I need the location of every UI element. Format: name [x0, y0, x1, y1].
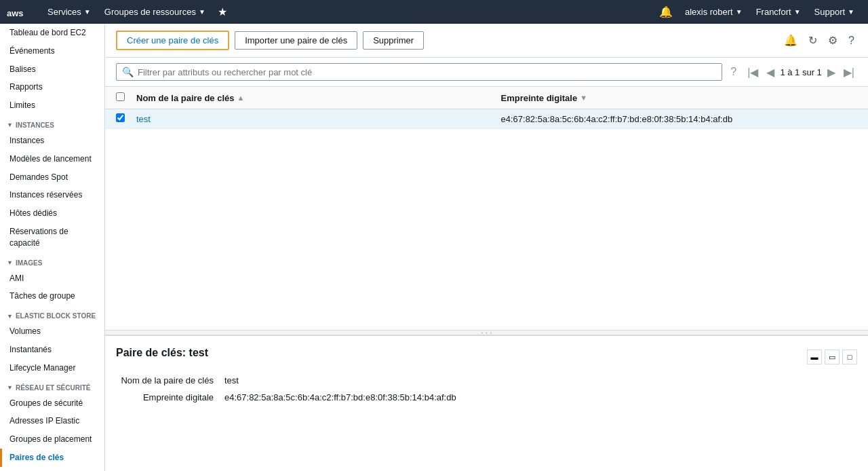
section-instances: ▼ INSTANCES — [0, 115, 104, 132]
sort-name-icon[interactable]: ▲ — [237, 94, 245, 102]
detail-icon-large[interactable]: □ — [842, 350, 857, 364]
row-name[interactable]: test — [136, 114, 493, 124]
last-page-button[interactable]: ▶| — [841, 64, 857, 80]
pagination-text: 1 à 1 sur 1 — [780, 67, 821, 77]
sidebar-item-instances-reservees[interactable]: Instances réservées — [0, 186, 104, 204]
next-page-button[interactable]: ▶ — [825, 64, 838, 80]
bell-icon[interactable]: 🔔 — [781, 33, 800, 48]
detail-icon-medium[interactable]: ▭ — [825, 350, 840, 364]
section-ebs: ▼ ELASTIC BLOCK STORE — [0, 305, 104, 322]
detail-value-name: test — [224, 375, 239, 385]
sidebar-item-reservations[interactable]: Réservations de capacité — [0, 223, 104, 252]
sidebar-item-tableau-de-bord[interactable]: Tableau de bord EC2 — [0, 24, 104, 42]
row-checkbox — [116, 113, 128, 124]
search-input-wrap: 🔍 — [116, 63, 722, 81]
section-reseau: ▼ RÉSEAU ET SÉCURITÉ — [0, 377, 104, 394]
detail-panel: Paire de clés: test ▬ ▭ □ Nom de la pair… — [105, 335, 868, 471]
detail-label-fingerprint: Empreinte digitale — [116, 392, 224, 402]
user-label: alexis robert — [685, 7, 733, 17]
content-area: 🔍 ? |◀ ◀ 1 à 1 sur 1 ▶ ▶| — [105, 58, 868, 471]
sidebar-item-rapports[interactable]: Rapports — [0, 78, 104, 96]
resource-groups-menu[interactable]: Groupes de ressources ▼ — [98, 0, 212, 24]
sidebar-item-groupes-securite[interactable]: Groupes de sécurité — [0, 394, 104, 413]
toolbar-right: 🔔 ↻ ⚙ ? — [781, 33, 857, 48]
main-layout: Tableau de bord EC2 Événements Balises R… — [0, 24, 868, 471]
sidebar-item-interfaces-reseau[interactable]: Interfaces réseau — [0, 467, 104, 471]
search-help-icon[interactable]: ? — [728, 64, 739, 79]
sidebar-item-modeles[interactable]: Modèles de lancement — [0, 150, 104, 168]
user-menu[interactable]: alexis robert ▼ — [678, 0, 749, 24]
search-input[interactable] — [138, 67, 716, 77]
detail-row-fingerprint: Empreinte digitale e4:67:82:5a:8a:5c:6b:… — [116, 392, 857, 402]
detail-panel-resize[interactable]: · · · — [105, 330, 868, 335]
user-chevron: ▼ — [736, 8, 743, 16]
row-fingerprint: e4:67:82:5a:8a:5c:6b:4a:c2:ff:b7:bd:e8:0… — [501, 114, 858, 124]
caret-reseau: ▼ — [7, 384, 13, 391]
table-header: Nom de la paire de clés ▲ Empreinte digi… — [105, 87, 868, 109]
top-nav: aws Services ▼ Groupes de ressources ▼ ★… — [0, 0, 868, 24]
section-images: ▼ IMAGES — [0, 252, 104, 269]
help-icon[interactable]: ? — [846, 33, 857, 48]
col-fingerprint-label: Empreinte digitale — [501, 93, 578, 103]
detail-icon-small[interactable]: ▬ — [807, 350, 822, 364]
detail-panel-icons: ▬ ▭ □ — [807, 350, 857, 364]
sidebar-item-taches[interactable]: Tâches de groupe — [0, 287, 104, 305]
refresh-icon[interactable]: ↻ — [806, 33, 820, 48]
caret-instances: ▼ — [7, 121, 13, 128]
import-key-pair-button[interactable]: Importer une paire de clés — [235, 31, 357, 50]
select-all-checkbox[interactable] — [116, 92, 125, 101]
support-chevron: ▼ — [848, 8, 854, 16]
sidebar-item-volumes[interactable]: Volumes — [0, 322, 104, 341]
services-menu[interactable]: Services ▼ — [41, 0, 98, 24]
table-row: test e4:67:82:5a:8a:5c:6b:4a:c2:ff:b7:bd… — [105, 109, 868, 129]
region-chevron: ▼ — [794, 8, 801, 16]
region-label: Francfort — [756, 7, 791, 17]
detail-title: Paire de clés: test — [116, 347, 208, 359]
top-nav-right: 🔔 alexis robert ▼ Francfort ▼ Support ▼ — [654, 0, 861, 24]
header-checkbox — [116, 92, 128, 103]
services-label: Services — [47, 7, 81, 17]
table-container: Nom de la paire de clés ▲ Empreinte digi… — [105, 87, 868, 330]
toolbar: Créer une paire de clés Importer une pai… — [105, 24, 868, 58]
caret-images: ▼ — [7, 259, 13, 266]
col-name-label: Nom de la paire de clés — [136, 93, 235, 103]
resource-groups-label: Groupes de ressources — [104, 7, 196, 17]
region-menu[interactable]: Francfort ▼ — [749, 0, 808, 24]
favorites-icon[interactable]: ★ — [212, 0, 233, 24]
sidebar-item-hotes-dedies[interactable]: Hôtes dédiés — [0, 204, 104, 223]
sidebar-item-ami[interactable]: AMI — [0, 269, 104, 288]
sidebar-item-instantanes[interactable]: Instantanés — [0, 341, 104, 359]
support-menu[interactable]: Support ▼ — [808, 0, 861, 24]
sort-fingerprint-icon[interactable]: ▼ — [580, 94, 587, 102]
prev-page-button[interactable]: ◀ — [764, 64, 777, 80]
detail-row-name: Nom de la paire de clés test — [116, 375, 857, 385]
sidebar-item-evenements[interactable]: Événements — [0, 42, 104, 60]
resource-groups-chevron: ▼ — [199, 8, 205, 16]
col-fingerprint-header: Empreinte digitale ▼ — [501, 93, 858, 103]
sidebar-item-paires-cles[interactable]: Paires de clés — [0, 449, 104, 467]
sidebar: Tableau de bord EC2 Événements Balises R… — [0, 24, 105, 471]
svg-text:aws: aws — [7, 8, 24, 18]
sidebar-item-limites[interactable]: Limites — [0, 96, 104, 115]
search-bar: 🔍 ? |◀ ◀ 1 à 1 sur 1 ▶ ▶| — [105, 58, 868, 87]
sidebar-item-adresses-ip[interactable]: Adresses IP Elastic — [0, 412, 104, 430]
pagination: |◀ ◀ 1 à 1 sur 1 ▶ ▶| — [745, 64, 857, 80]
aws-logo[interactable]: aws — [7, 4, 34, 20]
delete-button[interactable]: Supprimer — [363, 31, 424, 50]
settings-icon[interactable]: ⚙ — [825, 33, 840, 48]
support-label: Support — [814, 7, 846, 17]
notification-icon[interactable]: 🔔 — [654, 0, 678, 24]
col-name-header: Nom de la paire de clés ▲ — [136, 93, 493, 103]
create-key-pair-button[interactable]: Créer une paire de clés — [116, 31, 229, 50]
caret-ebs: ▼ — [7, 313, 13, 320]
sidebar-item-instances[interactable]: Instances — [0, 132, 104, 150]
detail-label-name: Nom de la paire de clés — [116, 375, 224, 385]
services-chevron: ▼ — [84, 8, 91, 16]
main-content: Créer une paire de clés Importer une pai… — [105, 24, 868, 471]
sidebar-item-demandes-spot[interactable]: Demandes Spot — [0, 168, 104, 187]
row-select-checkbox[interactable] — [116, 113, 125, 122]
sidebar-item-groupes-placement[interactable]: Groupes de placement — [0, 430, 104, 449]
first-page-button[interactable]: |◀ — [745, 64, 761, 80]
sidebar-item-lifecycle[interactable]: Lifecycle Manager — [0, 359, 104, 377]
sidebar-item-balises[interactable]: Balises — [0, 60, 104, 79]
